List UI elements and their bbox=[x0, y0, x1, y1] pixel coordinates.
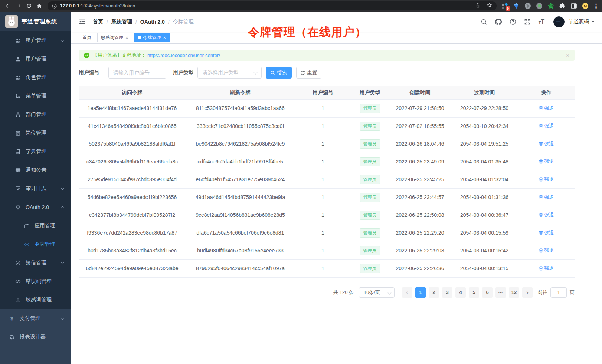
page-button[interactable]: 4 bbox=[455, 287, 466, 298]
bookmark-star-icon[interactable] bbox=[487, 3, 492, 10]
sidebar-item-tenant[interactable]: 租户管理 bbox=[0, 31, 71, 50]
page-info-icon[interactable] bbox=[52, 4, 57, 9]
forward-icon[interactable] bbox=[14, 1, 23, 10]
refresh-token-cell: 333ecfc71e02480cb11055c875c3ca0f bbox=[186, 117, 295, 135]
sidebar-item-dict[interactable]: 字典管理 bbox=[0, 142, 71, 161]
force-logout-button[interactable]: 强退 bbox=[539, 212, 554, 218]
browser-toolbar: 127.0.0.1:1024/system/oauth2/token 9 ••• bbox=[0, 0, 602, 12]
breadcrumb: 首页/系统管理/OAuth 2.0/令牌管理 bbox=[93, 19, 194, 25]
user-id-input[interactable] bbox=[108, 67, 166, 79]
breadcrumb-item[interactable]: OAuth 2.0 bbox=[140, 19, 165, 25]
sidebar-item-oauth2-app[interactable]: 应用管理 bbox=[0, 216, 71, 235]
username[interactable]: 芋道源码 bbox=[568, 19, 589, 25]
force-logout-button[interactable]: 强退 bbox=[539, 247, 554, 254]
help-icon[interactable] bbox=[510, 19, 516, 25]
table-row: b0d1785bc3a8482f812db4a3f3bd15ecb0df4980… bbox=[79, 242, 575, 259]
page-size-select[interactable]: 10条/页 bbox=[359, 287, 395, 298]
force-logout-button[interactable]: 强退 bbox=[539, 123, 554, 129]
font-size-icon[interactable]: TT bbox=[539, 19, 544, 25]
chevron-down-icon[interactable] bbox=[592, 21, 595, 24]
sidebar-item-dept[interactable]: 部门管理 bbox=[0, 105, 71, 124]
user-type-select[interactable]: 请选择用户类型 bbox=[197, 67, 262, 79]
tab-home[interactable]: 首页 bbox=[79, 33, 95, 42]
alert-close-icon[interactable]: × bbox=[566, 52, 569, 59]
sidebar-item-user[interactable]: 用户管理 bbox=[0, 50, 71, 68]
table-header-row: 访问令牌刷新令牌用户编号用户类型创建时间过期时间操作 bbox=[79, 86, 575, 99]
refresh-token-cell: b0df4980ffd34c67a08f9156e4eee733 bbox=[186, 242, 295, 259]
user-type-cell: 管理员 bbox=[351, 242, 389, 259]
page-button[interactable]: 3 bbox=[442, 287, 452, 298]
sidebar-item-label: 应用管理 bbox=[35, 222, 55, 229]
grid-diamond-extension-icon[interactable]: 9 bbox=[501, 2, 508, 10]
page-content: 【用户体系】文档地址： https://doc.iocoder.cn/user-… bbox=[71, 44, 602, 298]
audit-icon bbox=[15, 186, 21, 192]
sidebar-item-sms[interactable]: 短信管理 bbox=[0, 254, 71, 272]
page-button[interactable]: 6 bbox=[482, 287, 493, 298]
sidebar-item-oauth2[interactable]: OAuth 2.0 bbox=[0, 198, 71, 216]
force-logout-button[interactable]: 强退 bbox=[539, 105, 554, 112]
sidebar-item-role[interactable]: 角色管理 bbox=[0, 68, 71, 87]
force-logout-button[interactable]: 强退 bbox=[539, 158, 554, 165]
back-icon[interactable] bbox=[4, 1, 13, 10]
side-panel-icon[interactable] bbox=[570, 2, 578, 10]
url-bar[interactable]: 127.0.0.1:1024/system/oauth2/token bbox=[48, 1, 497, 10]
next-page-button[interactable]: › bbox=[522, 287, 533, 298]
sidebar-item-error-code[interactable]: 错误码管理 bbox=[0, 272, 71, 291]
green-star-icon[interactable] bbox=[547, 2, 554, 10]
blue-diamond-icon[interactable] bbox=[513, 2, 520, 10]
share-icon[interactable] bbox=[475, 3, 481, 10]
doc-link[interactable]: https://doc.iocoder.cn/user-center/ bbox=[147, 53, 220, 58]
chevron-down-icon bbox=[61, 316, 65, 320]
created-time-cell: 2022-07-29 21:58:50 bbox=[389, 99, 451, 117]
goto-page-input[interactable] bbox=[550, 287, 567, 298]
sidebar-item-post[interactable]: 岗位管理 bbox=[0, 124, 71, 142]
force-logout-button[interactable]: 强退 bbox=[539, 140, 554, 147]
sidebar-item-notice[interactable]: 通知公告 bbox=[0, 161, 71, 179]
fullscreen-icon[interactable] bbox=[524, 19, 531, 25]
breadcrumb-item[interactable]: 系统管理 bbox=[111, 19, 132, 25]
sidebar-item-menu[interactable]: 菜单管理 bbox=[0, 87, 71, 105]
breadcrumb-item: 令牌管理 bbox=[173, 19, 194, 25]
app-logo-row[interactable]: 芋道管理系统 bbox=[0, 12, 71, 31]
tab-close-icon[interactable]: × bbox=[163, 35, 166, 40]
home-icon[interactable] bbox=[35, 1, 44, 10]
user-id-cell: 1 bbox=[295, 153, 351, 171]
page-button[interactable]: 1 bbox=[415, 287, 426, 298]
tab-token[interactable]: 令牌管理× bbox=[134, 33, 170, 42]
force-logout-button[interactable]: 强退 bbox=[539, 265, 554, 272]
search-icon[interactable] bbox=[481, 19, 487, 25]
prev-page-button[interactable]: ‹ bbox=[402, 287, 412, 298]
puzzle-extensions-icon[interactable] bbox=[559, 2, 566, 10]
gray-circle-icon[interactable] bbox=[524, 2, 531, 10]
breadcrumb-item[interactable]: 首页 bbox=[93, 19, 103, 25]
force-logout-button[interactable]: 强退 bbox=[539, 229, 554, 236]
user-avatar[interactable] bbox=[553, 16, 565, 27]
search-button[interactable]: 搜索 bbox=[266, 67, 292, 79]
tab-bar: 首页敏感词管理×令牌管理× bbox=[71, 32, 602, 44]
sidebar-item-sensitive-word[interactable]: 敏感词管理 bbox=[0, 291, 71, 309]
sidebar-item-report-designer[interactable]: 报表设计器 bbox=[0, 328, 71, 346]
browser-menu-icon[interactable]: ••• bbox=[593, 3, 599, 9]
sidebar-item-audit-log[interactable]: 审计日志 bbox=[0, 179, 71, 198]
force-logout-button[interactable]: 强退 bbox=[539, 194, 554, 201]
page-button[interactable]: 12 bbox=[509, 287, 519, 298]
reload-icon[interactable] bbox=[24, 1, 33, 10]
green-dot-icon[interactable] bbox=[536, 2, 543, 10]
force-logout-button[interactable]: 强退 bbox=[539, 176, 554, 183]
action-cell: 强退 bbox=[518, 153, 575, 171]
sidebar-item-oauth2-token[interactable]: 令牌管理 bbox=[0, 235, 71, 254]
org-icon bbox=[15, 112, 21, 118]
tab-close-icon[interactable]: × bbox=[125, 35, 128, 40]
search-form: 用户编号 用户类型 请选择用户类型 搜索 重置 bbox=[79, 67, 575, 79]
tab-sensitive-word[interactable]: 敏感词管理× bbox=[97, 33, 132, 42]
sidebar-fold-icon[interactable] bbox=[79, 18, 86, 26]
user-type-cell: 管理员 bbox=[351, 188, 389, 206]
pager-ellipsis[interactable]: ••• bbox=[495, 287, 506, 298]
emoji-avatar-icon[interactable] bbox=[582, 2, 589, 10]
refresh-token-cell: cdfc4ce9c2da4bb1bdf21b9918ff4be5 bbox=[186, 153, 295, 171]
sidebar-item-pay[interactable]: ¥支付管理 bbox=[0, 309, 71, 328]
page-button[interactable]: 5 bbox=[469, 287, 479, 298]
github-icon[interactable] bbox=[495, 19, 502, 25]
reset-button[interactable]: 重置 bbox=[296, 67, 321, 79]
page-button[interactable]: 2 bbox=[429, 287, 439, 298]
